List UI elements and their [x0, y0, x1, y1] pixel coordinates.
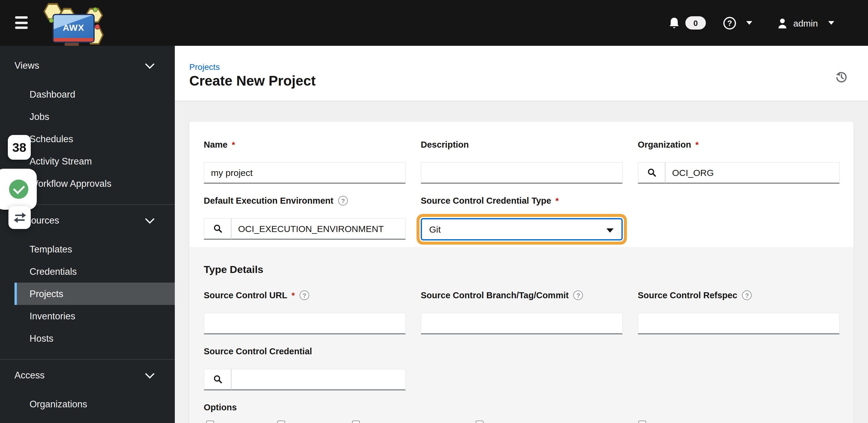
sidebar-item-organizations[interactable]: Organizations: [14, 393, 175, 415]
option-checkbox-3[interactable]: [352, 421, 360, 423]
help-group[interactable]: ?: [723, 0, 752, 46]
sidebar-item-inventories[interactable]: Inventories: [14, 305, 175, 327]
required-asterisk: *: [232, 140, 235, 150]
option-checkbox-4[interactable]: [475, 421, 484, 423]
organization-label: Organization*: [638, 140, 840, 150]
nav-group-access[interactable]: Access: [0, 363, 175, 387]
name-input[interactable]: [204, 162, 406, 184]
required-asterisk: *: [695, 140, 699, 150]
notifications-group: 0: [669, 0, 706, 46]
breadcrumb-projects-link[interactable]: Projects: [189, 62, 220, 72]
history-icon[interactable]: [835, 70, 848, 84]
awx-logo[interactable]: AWX: [42, 1, 105, 46]
organization-input[interactable]: [665, 162, 840, 184]
user-menu[interactable]: admin: [777, 0, 834, 46]
logo-dot: [49, 18, 54, 23]
scm-refspec-label: Source Control Refspec ?: [638, 290, 840, 300]
nav-group-views[interactable]: Views: [0, 54, 175, 78]
type-details-section: Type Details Source Control URL* ? Sourc…: [189, 247, 854, 423]
organization-search-button[interactable]: [638, 162, 665, 184]
overlay-success-card: [0, 169, 37, 210]
nav-group-label: Views: [14, 60, 39, 71]
default-ee-field-group: Default Execution Environment ?: [204, 196, 406, 240]
default-ee-search-button[interactable]: [204, 218, 231, 240]
required-asterisk: *: [291, 290, 295, 300]
scm-credential-search-button[interactable]: [204, 369, 231, 390]
scm-branch-field-group: Source Control Branch/Tag/Commit ?: [421, 290, 623, 334]
logo-monitor: AWX: [53, 14, 95, 43]
description-input[interactable]: [421, 162, 623, 184]
user-caret-down-icon[interactable]: [828, 21, 834, 25]
search-icon: [647, 167, 657, 178]
logo-dot: [95, 24, 100, 30]
option-checkbox-1[interactable]: [206, 421, 214, 423]
required-asterisk: *: [555, 196, 559, 205]
scm-refspec-field-group: Source Control Refspec ?: [638, 290, 840, 334]
logo-stand-base: [64, 43, 79, 45]
sidebar-item-projects[interactable]: Projects: [14, 283, 175, 305]
create-project-form-card: Name* Description Organization*: [189, 122, 854, 423]
logo-dot: [93, 7, 98, 12]
page-title: Create New Project: [189, 73, 315, 89]
nav-toggle-hamburger-icon[interactable]: [15, 16, 28, 29]
name-field-group: Name*: [204, 140, 406, 184]
swap-arrows-icon: [12, 211, 27, 224]
scm-refspec-input[interactable]: [638, 313, 840, 334]
scm-url-field-group: Source Control URL* ?: [204, 290, 406, 334]
awx-app: AWX 0 ? admin ViewsDashboar: [0, 0, 868, 423]
sidebar-item-templates[interactable]: Templates: [14, 238, 175, 260]
masthead: AWX 0 ? admin: [0, 0, 868, 46]
sidebar-item-schedules[interactable]: Schedules: [14, 128, 175, 150]
options-heading: Options: [204, 402, 237, 412]
description-field-group: Description: [421, 140, 623, 184]
scm-credential-type-value: Git: [429, 224, 441, 234]
sidebar-item-hosts[interactable]: Hosts: [14, 327, 175, 350]
scm-url-label: Source Control URL* ?: [204, 290, 406, 300]
chevron-down-icon[interactable]: [145, 214, 154, 224]
chevron-down-icon[interactable]: [145, 369, 154, 379]
nav-group-label: Access: [14, 370, 44, 381]
search-icon: [213, 224, 223, 234]
bell-icon[interactable]: [669, 17, 680, 29]
scm-credential-type-select[interactable]: Git: [421, 218, 623, 240]
notifications-count-badge[interactable]: 0: [685, 16, 706, 30]
help-icon[interactable]: ?: [723, 17, 736, 29]
option-checkbox-2[interactable]: [277, 421, 285, 423]
overlay-swap-arrows-card: [8, 206, 31, 229]
sidebar-nav: ViewsDashboardJobsSchedulesActivity Stre…: [0, 46, 175, 423]
help-caret-down-icon[interactable]: [746, 21, 752, 25]
user-icon: [777, 17, 788, 29]
scm-credential-field-group: Source Control Credential: [204, 347, 406, 390]
username-label: admin: [793, 18, 818, 28]
chevron-down-icon[interactable]: [145, 59, 154, 69]
option-checkbox-5[interactable]: [638, 421, 646, 423]
help-question-icon[interactable]: ?: [300, 290, 309, 300]
page-header: Projects Create New Project: [175, 46, 868, 101]
name-label: Name*: [204, 140, 406, 150]
type-details-heading: Type Details: [204, 264, 264, 276]
scm-credential-type-field-group: Source Control Credential Type* Git: [421, 196, 623, 240]
sidebar-item-credentials[interactable]: Credentials: [14, 260, 175, 283]
help-question-icon[interactable]: ?: [338, 196, 348, 205]
scm-url-input[interactable]: [204, 313, 406, 334]
success-check-icon: [9, 180, 28, 199]
scm-credential-label: Source Control Credential: [204, 347, 406, 356]
sidebar-item-workflow-approvals[interactable]: Workflow Approvals: [14, 172, 175, 195]
overlay-counter-badge: 38: [8, 135, 31, 160]
sidebar-item-jobs[interactable]: Jobs: [14, 105, 175, 128]
description-label: Description: [421, 140, 623, 150]
main-content: Projects Create New Project Name* De: [175, 46, 868, 423]
search-icon: [213, 374, 223, 384]
help-question-icon[interactable]: ?: [574, 290, 583, 300]
organization-field-group: Organization*: [638, 140, 840, 184]
scm-branch-input[interactable]: [421, 313, 623, 334]
scm-credential-type-label: Source Control Credential Type*: [421, 196, 623, 205]
nav-section-access: AccessOrganizations: [0, 359, 175, 415]
sidebar-item-activity-stream[interactable]: Activity Stream: [14, 150, 175, 172]
sidebar-item-dashboard[interactable]: Dashboard: [14, 83, 175, 105]
scm-credential-input[interactable]: [231, 369, 406, 390]
help-question-icon[interactable]: ?: [742, 290, 752, 300]
logo-text: AWX: [63, 22, 84, 32]
default-ee-label: Default Execution Environment ?: [204, 196, 406, 205]
default-ee-input[interactable]: [231, 218, 406, 240]
